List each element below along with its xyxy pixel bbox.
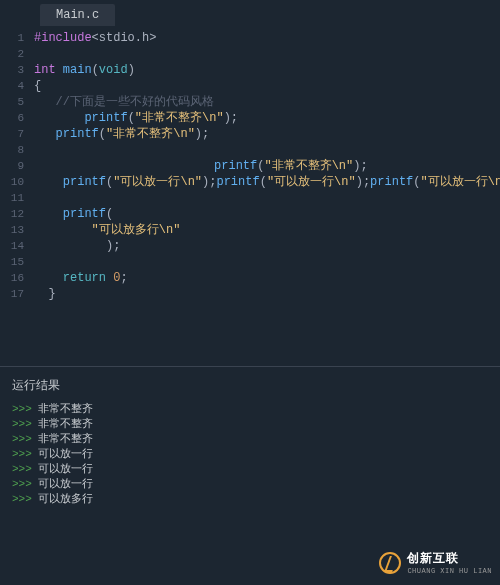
- output-title: 运行结果: [12, 377, 488, 394]
- watermark-icon: [379, 552, 401, 574]
- output-line: >>>可以放一行: [12, 462, 488, 477]
- line-number: 14: [0, 238, 24, 254]
- code-line[interactable]: printf("非常不整齐\n");: [34, 110, 500, 126]
- output-text: 可以放一行: [38, 478, 93, 490]
- output-line: >>>非常不整齐: [12, 402, 488, 417]
- watermark-main-text: 创新互联: [407, 550, 492, 567]
- output-line: >>>可以放一行: [12, 447, 488, 462]
- code-line[interactable]: );: [34, 238, 500, 254]
- output-prompt: >>>: [12, 433, 32, 445]
- line-number: 1▾: [0, 30, 24, 46]
- line-number: 9: [0, 158, 24, 174]
- output-line: >>>非常不整齐: [12, 417, 488, 432]
- code-line[interactable]: {: [34, 78, 500, 94]
- code-line[interactable]: [34, 190, 500, 206]
- output-lines: >>>非常不整齐>>>非常不整齐>>>非常不整齐>>>可以放一行>>>可以放一行…: [12, 402, 488, 507]
- code-line[interactable]: int main(void): [34, 62, 500, 78]
- line-number: 8: [0, 142, 24, 158]
- line-number: 3: [0, 62, 24, 78]
- output-prompt: >>>: [12, 493, 32, 505]
- output-line: >>>可以放一行: [12, 477, 488, 492]
- output-panel: 运行结果 >>>非常不整齐>>>非常不整齐>>>非常不整齐>>>可以放一行>>>…: [0, 366, 500, 513]
- code-line[interactable]: //下面是一些不好的代码风格: [34, 94, 500, 110]
- code-line[interactable]: }: [34, 286, 500, 302]
- output-line: >>>可以放多行: [12, 492, 488, 507]
- line-number: 6: [0, 110, 24, 126]
- code-line[interactable]: #include<stdio.h>: [34, 30, 500, 46]
- output-prompt: >>>: [12, 478, 32, 490]
- output-text: 非常不整齐: [38, 418, 93, 430]
- output-text: 非常不整齐: [38, 433, 93, 445]
- output-text: 可以放一行: [38, 463, 93, 475]
- output-prompt: >>>: [12, 418, 32, 430]
- line-number: 13: [0, 222, 24, 238]
- code-line[interactable]: printf(: [34, 206, 500, 222]
- output-text: 可以放一行: [38, 448, 93, 460]
- output-prompt: >>>: [12, 463, 32, 475]
- code-line[interactable]: [34, 142, 500, 158]
- line-number: 5: [0, 94, 24, 110]
- code-line[interactable]: printf("非常不整齐\n");: [34, 158, 500, 174]
- line-number-gutter: 1▾234▾567891011121314151617: [0, 30, 28, 366]
- watermark-sub-text: CHUANG XIN HU LIAN: [407, 567, 492, 575]
- code-line[interactable]: [34, 254, 500, 270]
- code-line[interactable]: return 0;: [34, 270, 500, 286]
- line-number: 15: [0, 254, 24, 270]
- line-number: 11: [0, 190, 24, 206]
- line-number: 16: [0, 270, 24, 286]
- code-editor[interactable]: 1▾234▾567891011121314151617 #include<std…: [0, 26, 500, 366]
- line-number: 2: [0, 46, 24, 62]
- tab-main-c[interactable]: Main.c: [40, 4, 115, 26]
- line-number: 10: [0, 174, 24, 190]
- code-content[interactable]: #include<stdio.h>int main(void){ //下面是一些…: [28, 30, 500, 366]
- code-line[interactable]: printf("可以放一行\n");printf("可以放一行\n");prin…: [34, 174, 500, 190]
- line-number: 7: [0, 126, 24, 142]
- output-text: 可以放多行: [38, 493, 93, 505]
- output-line: >>>非常不整齐: [12, 432, 488, 447]
- line-number: 17: [0, 286, 24, 302]
- output-prompt: >>>: [12, 403, 32, 415]
- code-line[interactable]: printf("非常不整齐\n");: [34, 126, 500, 142]
- code-line[interactable]: "可以放多行\n": [34, 222, 500, 238]
- watermark: 创新互联 CHUANG XIN HU LIAN: [379, 550, 492, 575]
- line-number: 12: [0, 206, 24, 222]
- tab-bar: Main.c: [0, 0, 500, 26]
- line-number: 4▾: [0, 78, 24, 94]
- code-line[interactable]: [34, 46, 500, 62]
- output-prompt: >>>: [12, 448, 32, 460]
- output-text: 非常不整齐: [38, 403, 93, 415]
